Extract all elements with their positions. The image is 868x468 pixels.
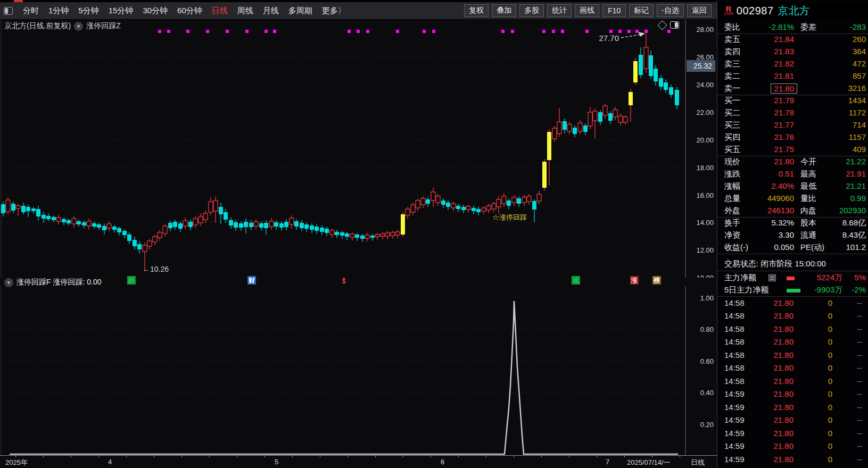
candle-body-up [183, 221, 187, 226]
tick-row[interactable]: 14:5821.800-- [717, 336, 868, 349]
toolbar-button-多股[interactable]: 多股 [519, 4, 544, 17]
news-badge-财[interactable]: 财 [247, 276, 256, 285]
toolbar-button-统计[interactable]: 统计 [547, 4, 572, 17]
news-badge-跌[interactable]: 跌 [127, 276, 136, 285]
chart-title-text: 京北方(日线.前复权) [4, 21, 71, 31]
ask-price: 21.81 [774, 71, 794, 80]
axis-tick [15, 455, 16, 457]
tick-direction: -- [857, 311, 862, 320]
sub-y-axis-label: 0.40 [700, 389, 714, 397]
candle-body-up [350, 234, 354, 237]
news-badge-涨[interactable]: 涨 [630, 276, 639, 285]
tick-row[interactable]: 14:5921.800-- [717, 454, 868, 466]
tab-period-多周期[interactable]: 多周期 [284, 6, 317, 16]
list-icon[interactable] [768, 274, 776, 281]
flow-percent: -2% [852, 285, 866, 294]
toolbar-button--自选[interactable]: -自选 [657, 4, 684, 17]
tick-row[interactable]: 14:5821.800-- [717, 310, 868, 323]
event-dot [667, 30, 671, 33]
tick-row[interactable]: 14:5921.800-- [717, 414, 868, 427]
tick-row[interactable]: 14:5921.800-- [717, 428, 868, 440]
tick-row[interactable]: 14:5821.800-- [717, 349, 868, 362]
tab-period-日线[interactable]: 日线 [207, 6, 233, 16]
candle-body-up [375, 235, 379, 237]
tick-price: 21.80 [773, 441, 793, 450]
tab-period-更多〉[interactable]: 更多〉 [317, 6, 351, 16]
candle-body-up [618, 116, 623, 122]
info-label-1: 现价 [724, 157, 740, 167]
toolbar-button-标记[interactable]: 标记 [629, 4, 654, 17]
indicator-sub-chart[interactable]: 1.000.800.600.400.20 [0, 286, 717, 455]
info-value-1: 3.30 [779, 230, 794, 239]
time-axis[interactable]: 2025年45672025/07/14/一日线 [0, 455, 717, 468]
event-dot [348, 30, 351, 33]
tick-row[interactable]: 14:5921.800-- [717, 388, 868, 401]
tick-row[interactable]: 14:5821.800-- [717, 375, 868, 388]
weibi-label: 委比 [724, 22, 740, 32]
candle-body-up [254, 222, 258, 226]
tick-row[interactable]: 14:5821.800-- [717, 323, 868, 336]
toolbar-button-复权[interactable]: 复权 [464, 4, 489, 17]
news-badge-榜[interactable]: 榜 [652, 276, 661, 285]
tick-volume: 0 [828, 350, 832, 360]
chevron-down-icon[interactable]: ▼ [74, 22, 83, 31]
y-axis-label: 26.00 [696, 53, 714, 61]
info-label-1: 涨幅 [724, 181, 740, 191]
bid-label: 买二 [724, 108, 740, 118]
tab-period-5分钟[interactable]: 5分钟 [73, 6, 103, 16]
news-badge-$[interactable]: ▲$ [340, 276, 348, 285]
tab-period-1分钟[interactable]: 1分钟 [44, 6, 73, 16]
toolbar-button-F10[interactable]: F10 [602, 4, 626, 17]
tab-period-60分钟[interactable]: 60分钟 [172, 6, 207, 16]
info-label-2: 内盘 [800, 206, 816, 216]
tab-period-30分钟[interactable]: 30分钟 [138, 6, 172, 16]
candle-body-down [168, 223, 172, 228]
event-dot [264, 30, 268, 33]
tick-row[interactable]: 14:5821.800-- [717, 362, 868, 375]
tick-row[interactable]: 14:5921.800-- [717, 402, 868, 414]
candle-body-down [102, 226, 106, 230]
stock-code[interactable]: 002987 [737, 5, 774, 17]
trade-status: 交易状态: 闭市阶段 15:00:00 [724, 259, 826, 269]
candle-body-down [472, 208, 476, 211]
candle-body-down [137, 244, 142, 249]
chevron-down-icon[interactable]: ▼ [4, 278, 13, 287]
tick-row[interactable]: 14:5821.800-- [717, 297, 868, 310]
candle-body-up [56, 218, 61, 221]
candle-body-up [209, 202, 213, 212]
candle-body-down [26, 207, 30, 211]
tick-time: 14:58 [724, 363, 745, 372]
axis-period-label: 日线 [691, 458, 705, 467]
info-label-1: 外盘 [724, 206, 740, 216]
main-candle-chart[interactable]: 28.0026.0024.0022.0020.0018.0016.0014.00… [0, 20, 717, 278]
high-annotation-text: 27.70 [599, 34, 619, 43]
panel-toggle-icon[interactable] [670, 21, 679, 29]
toolbar-button-画线[interactable]: 画线 [575, 4, 599, 17]
bid-row: 买一21.791434 [717, 95, 868, 107]
tab-period-周线[interactable]: 周线 [233, 6, 258, 16]
y-axis-label: 20.00 [696, 136, 714, 144]
tab-period-月线[interactable]: 月线 [258, 6, 284, 16]
candle-body-up [290, 218, 294, 224]
toolbar-button-叠加[interactable]: 叠加 [492, 4, 516, 17]
tick-time: 14:58 [724, 311, 745, 320]
diamond-icon[interactable] [657, 20, 667, 30]
candle-body-limitup [547, 132, 551, 160]
candle-body-up [213, 200, 218, 211]
layout-toggle-icon[interactable] [4, 7, 13, 15]
ask-price: 21.82 [774, 59, 794, 68]
chart-corner-icons [659, 21, 679, 29]
tick-list[interactable]: 14:5821.800--14:5821.800--14:5821.800--1… [717, 297, 868, 466]
candle-body-down [664, 82, 668, 90]
y-axis-label: 10.00 [696, 274, 714, 278]
tab-period-分时[interactable]: 分时 [18, 6, 44, 16]
tab-period-15分钟[interactable]: 15分钟 [104, 6, 138, 16]
axis-tick [431, 455, 431, 457]
toolbar-button-返回[interactable]: 返回 [687, 4, 712, 17]
tick-row[interactable]: 14:5921.800-- [717, 440, 868, 453]
bid-volume: 1157 [849, 132, 866, 141]
tick-time: 14:58 [724, 324, 745, 333]
news-badge-减[interactable]: 减 [572, 276, 580, 285]
stock-name[interactable]: 京北方 [778, 4, 810, 18]
tick-volume: 0 [828, 403, 832, 412]
